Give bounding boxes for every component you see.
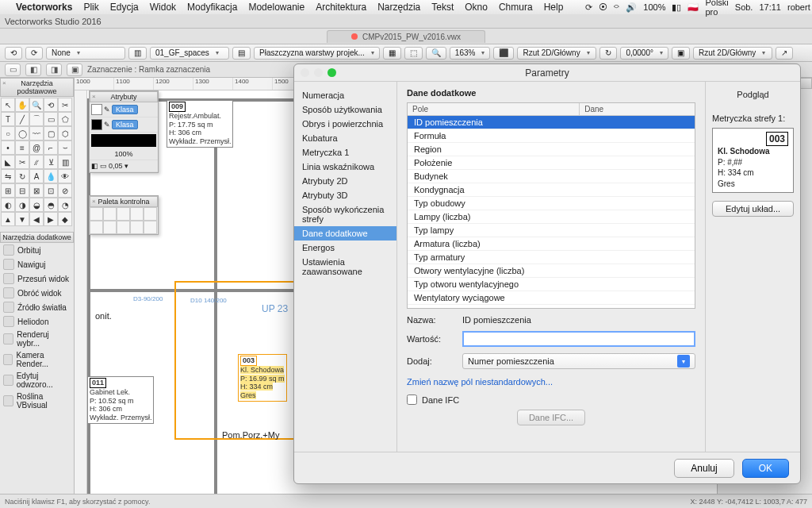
tool-x1[interactable]: ⊞ [1,183,15,198]
menu-modelowanie[interactable]: Modelowanie [248,2,304,13]
tool-dbl[interactable]: ≡ [15,140,29,155]
tool-offset[interactable]: ▥ [58,155,72,169]
menu-widok[interactable]: Widok [150,2,176,13]
field-row[interactable]: Typ wentylatora wyciągowego [408,305,695,309]
tool-z1[interactable]: ▲ [1,212,15,226]
room-label-003[interactable]: 003 Kl. Schodowa P: 16.99 sq m H: 334 cm… [238,354,287,402]
tool-y5[interactable]: ◔ [58,198,72,212]
tool-rendersel[interactable]: Renderuj wybr... [0,329,74,349]
menu-help[interactable]: Help [544,2,564,13]
view-dropdown[interactable]: Rzut 2D/Główny [517,47,596,60]
angle-field[interactable]: 0,0000° [620,47,668,60]
ifc-button[interactable]: Dane IFC... [517,410,585,425]
tool-z3[interactable]: ◀ [29,212,44,226]
tool-cursor[interactable]: ↖ [1,98,15,112]
spotlight-icon[interactable]: ⦿ [599,2,607,12]
app-name[interactable]: Vectorworks [16,2,72,13]
tool-y3[interactable]: ◒ [29,198,44,212]
tool-zoom[interactable]: 🔍 [29,98,44,112]
tool-mirror[interactable]: ⇋ [1,169,15,183]
cube-icon[interactable]: ⬛ [493,47,514,60]
field-row[interactable]: Otwory wentylacyjne (liczba) [408,264,695,278]
menu-architektura[interactable]: Architektura [316,2,366,13]
tool-freehand[interactable]: 〰 [29,126,44,140]
menu-tekst[interactable]: Tekst [431,2,454,13]
add-select[interactable]: Numer pomieszczenia▾ [462,353,695,369]
tool-spiral[interactable]: @ [29,140,44,155]
tool-editmap[interactable]: Edytuj odwzoro... [0,370,74,391]
tool-z4[interactable]: ▶ [44,212,58,226]
field-row[interactable]: Lampy (liczba) [408,210,695,224]
mode-btn-2[interactable]: ◧ [25,64,41,76]
view2-dropdown[interactable]: Rzut 2D/Główny [693,47,772,60]
tool-oval[interactable]: ◯ [15,126,29,140]
endcap-icon[interactable]: ↗ [776,47,793,60]
field-row[interactable]: Kondygnacja [408,183,695,197]
col-dane[interactable]: Dane [580,103,608,115]
layer-dropdown[interactable]: 01_GF_spaces [150,47,229,60]
cancel-button[interactable]: Anuluj [674,459,733,478]
tool-y4[interactable]: ◓ [44,198,58,212]
cat-linia[interactable]: Linia wskaźnikowa [294,160,396,174]
tool-circle[interactable]: ○ [1,126,15,140]
field-row[interactable]: Typ obudowy [408,197,695,210]
ifc-checkbox[interactable] [407,394,417,405]
sync-icon[interactable]: ⟳ [585,2,592,13]
tool-fillet[interactable]: ⌣ [58,140,72,155]
cat-zaawansowane[interactable]: Ustawienia zaawansowane [294,255,396,279]
tool-hand[interactable]: ✋ [15,98,29,112]
tool-clip[interactable]: ✂ [58,98,72,112]
tool-lightsource[interactable]: Źródło światła [0,300,74,314]
menu-okno[interactable]: Okno [465,2,488,13]
menu-chmura[interactable]: Chmura [499,2,533,13]
tool-y1[interactable]: ◐ [1,198,15,212]
document-tab[interactable]: CMPv2015_PW_v2016.vwx [327,30,485,43]
tool-2dloci[interactable]: • [1,140,15,155]
attributes-palette[interactable]: ×Atrybuty ✎Klasa ✎Klasa 100% ◧▭0,05▾ [89,90,159,173]
tool-b[interactable]: ⬚ [404,47,423,60]
tool-poly[interactable]: ⬠ [58,112,72,126]
wifi-icon[interactable]: ⌔ [614,2,619,12]
menu-modyfikacja[interactable]: Modyfikacja [187,2,237,13]
tool-join[interactable]: ⊻ [44,155,58,169]
tool-vis[interactable]: 👁 [58,169,72,183]
layers-icon[interactable]: ▥ [128,47,147,60]
magnifier-icon[interactable]: 🔍 [426,47,446,60]
tool-y2[interactable]: ◑ [15,198,29,212]
field-row[interactable]: Armatura (liczba) [408,237,695,251]
tool-rect[interactable]: ▭ [44,112,58,126]
angle-icon[interactable]: ↻ [599,47,617,60]
tool-rotateview[interactable]: Obróć widok [0,286,74,300]
value-input[interactable] [462,331,695,347]
ok-button[interactable]: OK [742,459,789,478]
field-row[interactable]: Typ armatury [408,251,695,264]
flag-icon[interactable]: 🇵🇱 [688,2,699,13]
plane-dropdown[interactable]: Płaszczyzna warstwy projek... [254,47,380,60]
field-row[interactable]: Typ lampy [408,224,695,237]
cat-wykonczenie[interactable]: Sposób wykończenia strefy [294,202,396,226]
cat-sposob-uzytkowania[interactable]: Sposób użytkowania [294,102,396,117]
room-label-009[interactable]: 009 Rejestr.Ambulat. P: 17.75 sq m H: 30… [167,100,233,148]
tool-z5[interactable]: ◆ [58,212,72,226]
cat-kubatura[interactable]: Kubatura [294,131,396,145]
cat-atr2d[interactable]: Atrybuty 2D [294,174,396,188]
tool-rrect[interactable]: ▢ [44,126,58,140]
input-lang[interactable]: Polski pro [705,0,728,17]
rename-fields-link[interactable]: Zmień nazwę pól niestandardowych... [407,377,695,387]
menu-narzedzia[interactable]: Narzędzia [377,2,420,13]
tool-eyedrop[interactable]: 💧 [44,169,58,183]
room-label-011[interactable]: 011 Gabinet Lek. P: 10.52 sq m H: 306 cm… [87,376,154,424]
menu-plik[interactable]: Plik [83,2,98,13]
cat-numeracja[interactable]: Numeracja [294,88,396,102]
cat-atr3d[interactable]: Atrybuty 3D [294,188,396,202]
field-row[interactable]: Region [408,143,695,156]
tool-corner[interactable]: ⌐ [44,140,58,155]
traffic-close-icon[interactable] [301,68,309,77]
tool-attr[interactable]: A [29,169,44,183]
tool-plant[interactable]: Roślina VBvisual [0,391,74,411]
control-palette[interactable]: ×Paleta kontrolna [89,195,159,235]
tool-camera[interactable]: Kamera Render... [0,349,74,370]
volume-icon[interactable]: 🔊 [626,2,637,13]
nav-back[interactable]: ⟲ [5,47,22,60]
class-dropdown[interactable]: None [46,47,125,60]
